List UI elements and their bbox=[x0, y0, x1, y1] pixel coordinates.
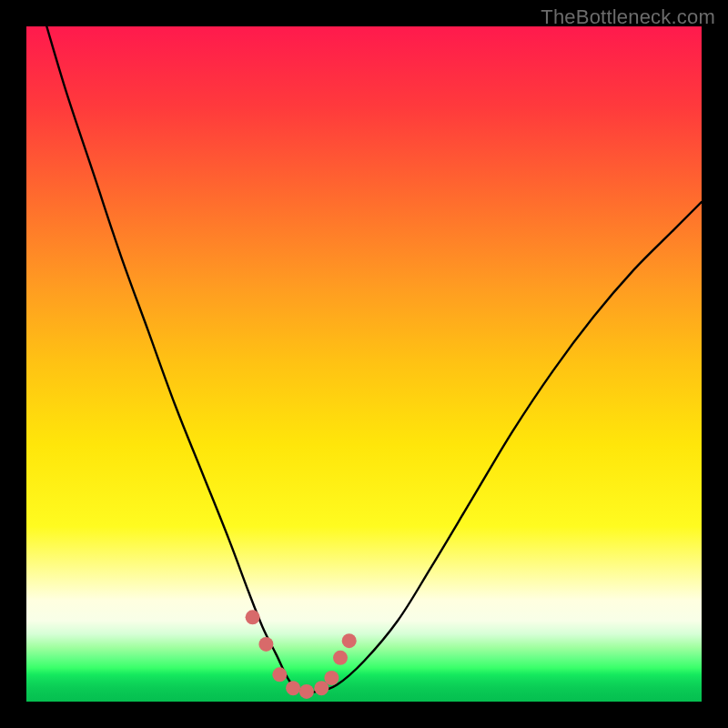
highlight-marker bbox=[258, 637, 273, 652]
highlight-marker bbox=[342, 633, 357, 648]
highlight-marker bbox=[272, 667, 287, 682]
highlight-marker bbox=[333, 651, 348, 665]
highlight-marker bbox=[314, 681, 329, 695]
chart-plot-area bbox=[26, 26, 702, 702]
highlight-marker bbox=[299, 684, 314, 699]
watermark-text: TheBottleneck.com bbox=[541, 5, 715, 29]
highlight-marker bbox=[246, 610, 260, 624]
highlight-marker bbox=[324, 671, 339, 685]
bottleneck-curve bbox=[46, 26, 702, 693]
bottleneck-curve-svg bbox=[26, 26, 702, 702]
highlight-markers bbox=[246, 610, 357, 699]
highlight-marker bbox=[286, 681, 300, 695]
